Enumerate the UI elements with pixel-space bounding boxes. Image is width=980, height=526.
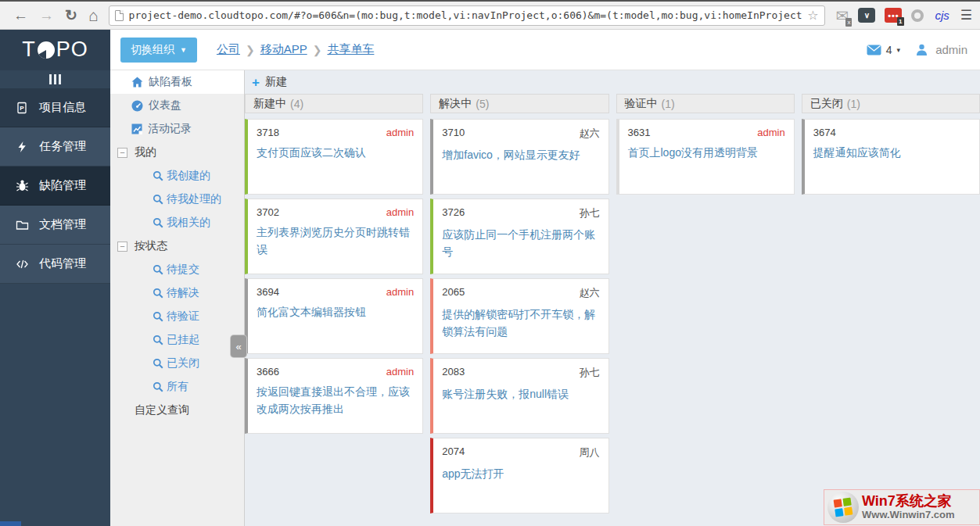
sidebar-item-assigned-to-me[interactable]: 待我处理的 — [110, 188, 244, 211]
bug-card[interactable]: 3631admin 首页上logo没有用透明背景 — [616, 119, 795, 195]
bug-title[interactable]: 应该防止同一个手机注册两个账号 — [442, 227, 599, 260]
mail-extension-icon[interactable]: ✉x — [836, 6, 849, 25]
bug-title[interactable]: 提供的解锁密码打不开车锁，解锁算法有问题 — [442, 306, 599, 340]
breadcrumb-subproject[interactable]: 共享单车 — [327, 42, 374, 57]
bug-title[interactable]: 简化富文本编辑器按钮 — [257, 304, 414, 321]
browser-menu-icon[interactable]: ☰ — [960, 7, 972, 23]
bug-card[interactable]: 3694admin 简化富文本编辑器按钮 — [245, 278, 423, 354]
bug-card[interactable]: 2074周八 app无法打开 — [430, 438, 608, 513]
sidebar-item-all[interactable]: 所有 — [110, 375, 244, 399]
topo-logo: T PO — [0, 30, 110, 70]
bug-id: 3666 — [257, 366, 279, 378]
search-icon — [153, 217, 163, 228]
sidebar-item-to-resolve[interactable]: 待解决 — [110, 281, 244, 305]
breadcrumb-project[interactable]: 移动APP — [260, 42, 307, 57]
bug-icon — [15, 179, 29, 192]
bug-card[interactable]: 3718admin 支付页面应该二次确认 — [245, 119, 423, 195]
bug-id: 3694 — [257, 286, 279, 298]
sidebar-group-by-status[interactable]: − 按状态 — [110, 234, 244, 258]
sidebar-item-documents[interactable]: 文档管理 — [0, 206, 110, 245]
reload-icon[interactable]: ↻ — [65, 6, 77, 24]
new-bug-button[interactable]: 新建 — [265, 75, 287, 89]
bug-title[interactable]: 支付页面应该二次确认 — [257, 145, 414, 162]
bug-card[interactable]: 3666admin 按返回键直接退出不合理，应该改成两次按再推出 — [245, 358, 423, 434]
search-icon — [153, 311, 163, 322]
bug-title[interactable]: app无法打开 — [442, 466, 599, 483]
sidebar-item-activity[interactable]: 活动记录 — [110, 117, 244, 141]
user-icon[interactable] — [916, 44, 928, 55]
bug-card[interactable]: 3726孙七 应该防止同一个手机注册两个账号 — [430, 199, 608, 274]
sidebar-item-project-info[interactable]: P 项目信息 — [0, 88, 110, 127]
column-title: 验证中 — [625, 97, 658, 111]
sidebar-item-label: 待提交 — [167, 263, 199, 277]
sidebar-item-suspended[interactable]: 已挂起 — [110, 328, 244, 352]
sidebar-item-closed[interactable]: 已关闭 — [110, 352, 244, 375]
extension-badge: 1 — [897, 17, 904, 26]
url-text[interactable]: project-demo.cloudtopo.com/#?o=606&n=(mo… — [129, 9, 803, 21]
bug-assignee: 孙七 — [580, 206, 600, 220]
username[interactable]: admin — [935, 43, 967, 56]
sidebar-item-label: 文档管理 — [39, 217, 86, 232]
sidebar-item-to-submit[interactable]: 待提交 — [110, 258, 244, 281]
bug-title[interactable]: 主列表界浏览历史分页时跳转错误 — [257, 224, 414, 258]
column-count: (1) — [847, 98, 860, 110]
forward-icon[interactable]: → — [39, 7, 54, 24]
bug-card[interactable]: 2065赵六 提供的解锁密码打不开车锁，解锁算法有问题 — [430, 278, 608, 354]
collapse-minus-icon[interactable]: − — [117, 242, 127, 252]
bug-assignee: admin — [757, 127, 784, 138]
bug-id: 3718 — [257, 127, 279, 138]
collapse-minus-icon[interactable]: − — [117, 148, 127, 158]
sidebar-item-bugs[interactable]: 缺陷管理 — [0, 166, 110, 206]
bug-assignee: admin — [386, 127, 414, 138]
bug-card[interactable]: 3674 提醒通知应该简化 — [802, 119, 980, 195]
logo-pie-icon — [37, 41, 56, 59]
notes-extension-icon[interactable]: •••1 — [885, 8, 902, 23]
mail-count[interactable]: 4 — [886, 44, 892, 56]
sidebar-item-related-to-me[interactable]: 我相关的 — [110, 211, 244, 234]
watermark-url: Www.Winwin7.com — [862, 510, 955, 521]
activity-chart-icon — [131, 123, 142, 134]
mail-icon[interactable] — [867, 45, 881, 55]
column-title: 解决中 — [439, 97, 472, 111]
sidebar-item-custom-query[interactable]: 自定义查询 — [110, 399, 244, 422]
sidebar-collapse-handle[interactable]: « — [231, 335, 246, 357]
back-icon[interactable]: ← — [13, 7, 28, 24]
sidebar-item-created-by-me[interactable]: 我创建的 — [110, 164, 244, 188]
search-icon — [153, 264, 163, 275]
bug-assignee: 赵六 — [580, 286, 600, 300]
breadcrumb-company[interactable]: 公司 — [217, 42, 240, 57]
bug-card[interactable]: 3702admin 主列表界浏览历史分页时跳转错误 — [245, 199, 423, 274]
browser-window: ← → ↻ ⌂ project-demo.cloudtopo.com/#?o=6… — [0, 0, 980, 526]
sidebar-group-mine[interactable]: − 我的 — [110, 141, 244, 164]
bookmark-star-icon[interactable]: ☆ — [807, 8, 818, 23]
bug-title[interactable]: 按返回键直接退出不合理，应该改成两次按再推出 — [257, 384, 414, 417]
bug-title[interactable]: 首页上logo没有用透明背景 — [628, 145, 785, 162]
address-bar[interactable]: project-demo.cloudtopo.com/#?o=606&n=(mo… — [109, 5, 825, 26]
bug-title[interactable]: 账号注册失败，报null错误 — [442, 386, 599, 403]
search-icon — [153, 358, 163, 369]
pocket-extension-icon[interactable]: ∨ — [858, 8, 875, 23]
sidebar-item-dashboard[interactable]: 仪表盘 — [110, 94, 244, 117]
bug-title[interactable]: 增加favico，网站显示更友好 — [442, 147, 599, 164]
column-count: (4) — [290, 98, 303, 110]
bug-card[interactable]: 2083孙七 账号注册失败，报null错误 — [430, 358, 608, 434]
bug-card[interactable]: 3710赵六 增加favico，网站显示更友好 — [430, 119, 608, 195]
sidebar-item-to-verify[interactable]: 待验证 — [110, 305, 244, 328]
browser-profile[interactable]: cjs — [935, 9, 949, 22]
sidebar-item-label: 任务管理 — [39, 139, 86, 154]
sidebar-item-label: 仪表盘 — [149, 98, 181, 113]
sidebar-item-label: 我相关的 — [167, 216, 210, 230]
circle-extension-icon[interactable] — [911, 9, 924, 22]
sidebar-item-tasks[interactable]: 任务管理 — [0, 127, 110, 166]
browser-home-icon[interactable]: ⌂ — [88, 6, 99, 25]
search-icon — [153, 381, 163, 392]
caret-down-icon[interactable]: ▾ — [897, 46, 901, 54]
sidebar-item-bug-board[interactable]: 缺陷看板 — [110, 70, 244, 94]
sidebar-collapse-icon[interactable] — [0, 70, 110, 88]
sidebar-item-code[interactable]: 代码管理 — [0, 245, 110, 284]
bug-id: 2065 — [442, 286, 465, 300]
switch-org-button[interactable]: 切换组织 ▼ — [120, 38, 197, 63]
bug-title[interactable]: 提醒通知应该简化 — [813, 145, 971, 162]
folder-icon — [15, 219, 29, 231]
home-icon — [131, 77, 143, 88]
